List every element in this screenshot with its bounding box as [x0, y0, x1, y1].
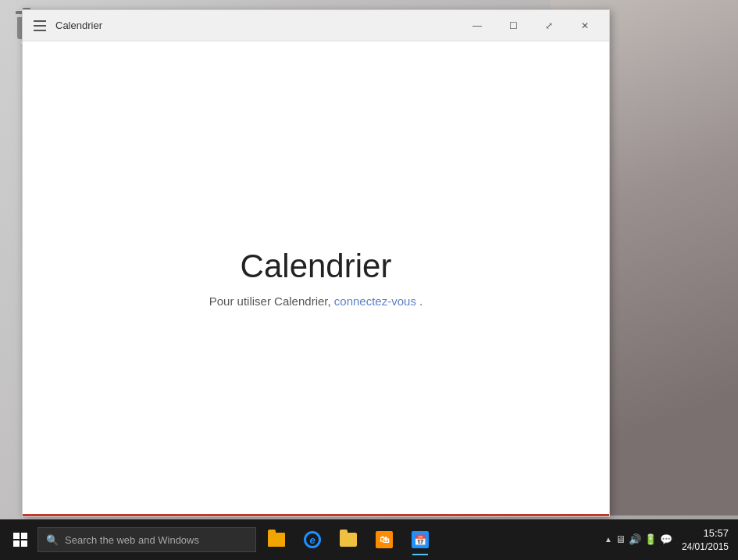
ie-icon: e	[304, 531, 321, 548]
window-title: Calendrier	[55, 20, 459, 31]
taskbar-app-store[interactable]: 🛍	[367, 523, 401, 557]
taskbar-app-file-explorer[interactable]	[259, 523, 294, 557]
clock-date: 24/01/2015	[682, 540, 729, 554]
subtitle-suffix: .	[419, 294, 422, 308]
minimize-button[interactable]: —	[459, 13, 495, 38]
file-explorer-icon	[268, 533, 285, 547]
restore-button[interactable]: ⤢	[531, 13, 567, 38]
taskbar-apps: e 🛍 📅	[259, 523, 437, 557]
app-subtitle: Pour utiliser Calendrier, connectez-vous…	[209, 294, 422, 308]
close-button[interactable]: ✕	[567, 13, 603, 38]
taskbar-clock[interactable]: 15:57 24/01/2015	[682, 526, 729, 554]
subtitle-prefix: Pour utiliser Calendrier,	[209, 294, 331, 308]
title-bar: Calendrier — ☐ ⤢ ✕	[23, 10, 609, 41]
network-icon[interactable]: 🖥	[615, 533, 626, 545]
message-icon[interactable]: 💬	[660, 533, 672, 545]
windows-logo-icon	[13, 533, 27, 547]
connect-link[interactable]: connectez-vous	[334, 294, 416, 308]
taskbar-tray: ▲ 🖥 🔊 🔋 💬 15:57 24/01/2015	[604, 526, 735, 554]
hamburger-menu-button[interactable]	[29, 15, 51, 37]
taskbar: 🔍 Search the web and Windows e	[0, 519, 738, 560]
window-controls: — ☐ ⤢ ✕	[459, 13, 603, 38]
app-title: Calendrier	[241, 248, 392, 285]
taskbar-app-calendar[interactable]: 📅	[403, 523, 437, 557]
taskbar-app-internet-explorer[interactable]: e	[295, 523, 330, 557]
window-bottom-accent	[23, 514, 609, 516]
volume-icon[interactable]: 🔊	[629, 533, 641, 545]
battery-icon[interactable]: 🔋	[644, 533, 657, 545]
calendrier-window: Calendrier — ☐ ⤢ ✕ Calendrier Pour utili…	[22, 9, 610, 517]
search-placeholder-text: Search the web and Windows	[65, 534, 199, 546]
start-button[interactable]	[3, 523, 37, 557]
search-icon: 🔍	[46, 534, 59, 546]
desktop: Go Calendrier — ☐ ⤢ ✕ Calendrier Pour ut…	[0, 0, 738, 560]
taskbar-search-bar[interactable]: 🔍 Search the web and Windows	[37, 527, 256, 552]
folder-icon	[340, 533, 357, 547]
taskbar-app-folder[interactable]	[331, 523, 365, 557]
calendar-icon: 📅	[412, 531, 429, 548]
store-icon: 🛍	[376, 531, 393, 548]
clock-time: 15:57	[703, 526, 729, 540]
maximize-button[interactable]: ☐	[495, 13, 531, 38]
tray-expand-button[interactable]: ▲	[604, 535, 612, 544]
window-content: Calendrier Pour utiliser Calendrier, con…	[23, 41, 609, 514]
